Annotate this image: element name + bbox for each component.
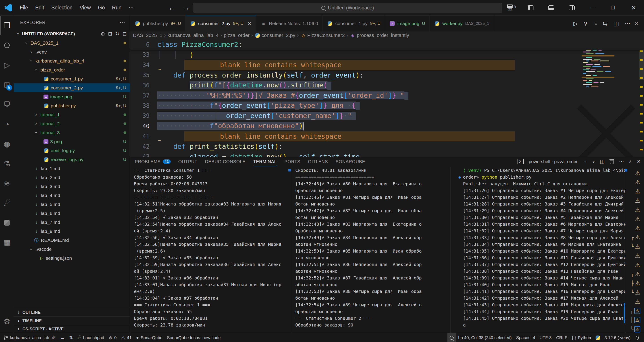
breadcrumb-item[interactable]: ◈process_order_instantly: [350, 32, 409, 38]
minimize-button[interactable]: ─: [582, 0, 603, 16]
new-file-icon[interactable]: ⊕: [101, 31, 105, 37]
tree-item-lab_3.md[interactable]: ↓lab_3.md: [14, 182, 130, 191]
tree-item-das_2025_1[interactable]: ›DAS_2025_1: [14, 38, 130, 47]
tree-item-tutorial_2[interactable]: ›tutorial_2: [14, 119, 130, 128]
forward-arrow-icon[interactable]: →: [179, 4, 194, 12]
collapse-all-icon[interactable]: ⊟: [123, 31, 127, 37]
editor-close-icon[interactable]: ✕: [634, 20, 639, 27]
tree-item-.venv[interactable]: ›.venv: [14, 47, 130, 56]
breadcrumb-item[interactable]: consumer_2.py: [255, 32, 295, 38]
panel-tab-gitlens[interactable]: GITLENS: [308, 157, 328, 166]
terminal-warning-indicator[interactable]: ┌⚠: [626, 233, 642, 242]
status-utf-8[interactable]: UTF-8: [537, 333, 554, 342]
terminal-title[interactable]: powershell - pizza_order: [529, 159, 578, 164]
explorer-more-actions-icon[interactable]: ⋯: [120, 19, 126, 26]
more-actions[interactable]: ⋯: [625, 20, 630, 27]
terminal-warning-indicator[interactable]: ⚠: [626, 252, 642, 260]
panel-tab-sonarqube[interactable]: SONARQUBE: [336, 157, 365, 166]
panel-tab-output[interactable]: OUTPUT: [178, 157, 197, 166]
tree-item-lab_2.md[interactable]: ↓lab_2.md: [14, 173, 130, 182]
breadcrumb-item[interactable]: kurbanova_alina_lab_4: [168, 32, 219, 38]
tree-item-tutorial_1[interactable]: ›tutorial_1: [14, 110, 130, 119]
toggle-secondary-sidebar-icon[interactable]: [562, 0, 582, 16]
tree-item-lab_4.md[interactable]: ↓lab_4.md: [14, 191, 130, 200]
terminal-scrollbar-thumb[interactable]: [624, 303, 625, 323]
tree-item-pizza_order[interactable]: ›pizza_order: [14, 65, 130, 74]
activity-run-and-debug-icon[interactable]: ▷: [0, 55, 14, 75]
terminal-divider[interactable]: [450, 167, 450, 333]
panel-tab-debug-console[interactable]: DEBUG CONSOLE: [205, 157, 246, 166]
workspace-section-header[interactable]: › UNTITLED (WORKSPACE) ⊕⊞↻⊟: [14, 29, 130, 38]
tree-item-image.png[interactable]: ▲image.pngU: [14, 92, 130, 101]
status-sync[interactable]: ⇅: [67, 333, 75, 342]
code-editor[interactable]: 6class PizzaConsumer2:33│ │ )34blank lin…: [130, 39, 644, 157]
split-editor-icon[interactable]: ◫: [613, 20, 619, 27]
terminal-warning-indicator[interactable]: ⚠: [626, 187, 642, 196]
compare-icon[interactable]: ⇆: [603, 20, 608, 27]
section-cs-script-active[interactable]: ›CS-SCRIPT - ACTIVE: [14, 325, 130, 333]
breadcrumb-item[interactable]: pizza_order: [224, 32, 250, 38]
run-below-icon[interactable]: ≈: [594, 20, 597, 27]
tree-item-3.png[interactable]: ▲3.pngU: [14, 137, 130, 146]
restore-button[interactable]: ❐: [603, 0, 623, 16]
status-python[interactable]: { }Python: [570, 333, 593, 342]
tree-item-publisher.py[interactable]: publisher.py9+, U: [14, 101, 130, 110]
terminal-warning-indicator[interactable]: ┌⚠: [626, 307, 642, 315]
tab-close-icon[interactable]: ✕: [248, 21, 252, 26]
tree-item-lab_8.md[interactable]: ↓lab_8.md: [14, 227, 130, 236]
terminal-warning-indicator[interactable]: └⚠: [626, 242, 642, 251]
back-arrow-icon[interactable]: ←: [164, 4, 179, 12]
status-cloud-upload[interactable]: ☁: [58, 333, 67, 342]
tree-item-.vscode[interactable]: ›.vscode: [14, 245, 130, 254]
new-terminal-button[interactable]: ＋: [582, 158, 588, 165]
toggle-sidebar-icon[interactable]: [520, 0, 541, 16]
run-button[interactable]: ▷: [573, 20, 578, 27]
tab-image.png[interactable]: ▲image.pngU: [385, 16, 430, 31]
terminal-warning-indicator[interactable]: ⚠: [626, 261, 642, 269]
tab-publisher.py[interactable]: publisher.py9+, U: [130, 16, 186, 31]
activity-rocket-icon[interactable]: ☄: [0, 193, 14, 213]
activity-extensions-icon[interactable]: ⊞5: [0, 75, 14, 95]
tab-consumer_2.py[interactable]: consumer_2.py9+, U✕: [186, 16, 256, 31]
section-outline[interactable]: ›OUTLINE: [14, 308, 130, 317]
terminal-warning-indicator[interactable]: ⚠: [626, 206, 642, 214]
menu-[interactable]: ⋯: [125, 3, 138, 12]
activity-gitlens-icon[interactable]: ◔: [0, 114, 14, 134]
customize-layout-icon[interactable]: ⊞: [500, 0, 520, 16]
status-ln-40-col-38-240-selected-[interactable]: Ln 40, Col 38 (240 selected): [456, 333, 514, 342]
status-zoom-out[interactable]: [447, 333, 456, 342]
tree-item-lab_6.md[interactable]: ↓lab_6.md: [14, 209, 130, 218]
status-launchpad[interactable]: ☄Launchpad: [75, 333, 106, 342]
status-spaces-4[interactable]: Spaces: 4: [514, 333, 538, 342]
activity-remote-waves-icon[interactable]: ≋: [0, 173, 14, 193]
menu-go[interactable]: Go: [94, 3, 108, 12]
new-folder-icon[interactable]: ⊞: [108, 31, 112, 37]
status-bell[interactable]: [633, 333, 642, 342]
status-0[interactable]: ⊗0: [106, 333, 119, 342]
breadcrumb[interactable]: DAS_2025_1›kurbanova_alina_lab_4›pizza_o…: [130, 31, 644, 39]
tree-item-lab_5.md[interactable]: ↓lab_5.md: [14, 200, 130, 209]
terminal-divider[interactable]: [292, 167, 292, 333]
terminal-warning-indicator[interactable]: ├⚠: [626, 316, 642, 324]
tree-item-receive_logs.py[interactable]: receive_logs.pyU: [14, 155, 130, 164]
tree-item-emit_log.py[interactable]: emit_log.pyU: [14, 146, 130, 155]
terminal-consumer-2[interactable]: Скорость: 48.01 заказов/мин=============…: [295, 168, 448, 333]
close-panel-icon[interactable]: ✕: [637, 159, 641, 164]
status-kurbanova-alina-lab-4-[interactable]: kurbanova_alina_lab_4*: [1, 333, 58, 342]
section-timeline[interactable]: ›TIMELINE: [14, 317, 130, 325]
terminal-warning-indicator[interactable]: ⚠: [626, 169, 642, 177]
status-python-env[interactable]: [593, 333, 602, 342]
status-41[interactable]: ⚠41: [119, 333, 134, 342]
breadcrumb-item[interactable]: DAS_2025_1: [133, 32, 162, 38]
tree-item-consumer_1.py[interactable]: consumer_1.py9+, U: [14, 74, 130, 83]
tree-item-settings.json[interactable]: {}settings.json: [14, 254, 130, 263]
terminal-warning-indicator[interactable]: └⚠: [626, 325, 642, 334]
status-3-12-6-venv-[interactable]: 3.12.6 (.venv): [602, 333, 633, 342]
terminal-warning-indicator[interactable]: ⚠: [626, 196, 642, 205]
menu-view[interactable]: View: [76, 3, 94, 12]
status-crlf[interactable]: CRLF: [554, 333, 570, 342]
status-sonarqube-focus-new-code[interactable]: SonarQube focus: new code: [164, 333, 223, 342]
terminal-warning-indicator[interactable]: ├⚠: [626, 279, 642, 288]
activity-chat-icon[interactable]: 🗨: [0, 95, 14, 114]
menu-selection[interactable]: Selection: [48, 3, 76, 12]
